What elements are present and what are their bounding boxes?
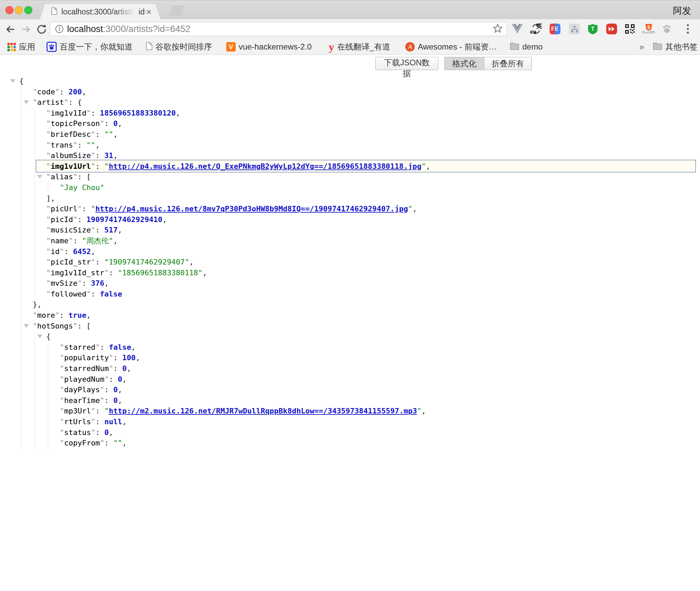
json-line: "img1v1Id_str": "18569651883380118", xyxy=(0,268,700,278)
bookmark-apps[interactable]: 应用 xyxy=(7,39,35,55)
browser-tab[interactable]: localhost:3000/artists?id=645 × xyxy=(40,4,161,20)
bookmarks-bar: 应用 百度一下，你就知道 谷歌按时间排序 V vue-hackernews-2.… xyxy=(0,39,700,55)
json-key: briefDesc xyxy=(51,130,91,138)
indent-guide xyxy=(34,182,35,193)
json-url-link[interactable]: http://p4.music.126.net/Q_ExePNkmgB2yWyL… xyxy=(109,162,421,170)
indent-guide xyxy=(21,427,21,438)
json-key: albumSize xyxy=(51,151,91,160)
indent-guide xyxy=(21,257,21,268)
json-key: alias xyxy=(51,173,73,181)
back-button[interactable] xyxy=(5,24,16,35)
indent-guide xyxy=(21,87,21,97)
collapse-toggle-icon[interactable] xyxy=(37,175,42,179)
other-bookmarks-folder[interactable]: 其他书签 xyxy=(653,39,698,55)
indent-guide xyxy=(48,363,48,374)
paw-extension-icon[interactable] xyxy=(661,23,673,35)
bookmark-youdao-translate[interactable]: y 在线翻译_有道 xyxy=(329,39,390,55)
indent-guide xyxy=(21,193,21,204)
collapse-toggle-icon[interactable] xyxy=(10,79,16,83)
indent-guide xyxy=(21,363,21,374)
bookmark-vue-hackernews[interactable]: V vue-hackernews-2.0 xyxy=(226,39,312,55)
json-line: "copyFrom": "", xyxy=(0,438,700,448)
tampermonkey-shield-icon[interactable]: T xyxy=(587,23,599,35)
address-bar[interactable]: localhost:3000/artists?id=6452 xyxy=(50,22,507,36)
indent-guide xyxy=(34,416,35,427)
bookmark-google-sort[interactable]: 谷歌按时间排序 xyxy=(146,39,212,55)
qrcode-extension-icon[interactable] xyxy=(624,23,636,35)
indent-guide xyxy=(34,236,35,246)
json-key: img1v1Url xyxy=(51,162,91,170)
format-button[interactable]: 格式化 xyxy=(444,57,484,70)
json-string-value: "周杰伦" xyxy=(82,237,113,245)
indent-guide xyxy=(48,416,48,427)
json-literal-value: 0 xyxy=(122,364,126,373)
json-key: name xyxy=(51,237,68,245)
json-key: dayPlays xyxy=(64,385,100,394)
json-line: "dayPlays": 0, xyxy=(0,384,700,395)
forward-button[interactable] xyxy=(20,24,32,35)
json-line: "picUrl": "http://p4.music.126.net/8mv7q… xyxy=(0,204,700,214)
collapse-toggle-icon[interactable] xyxy=(37,335,42,338)
json-line: "id": 6452, xyxy=(0,246,700,257)
sitemap-extension-icon[interactable] xyxy=(568,23,581,35)
json-line: "mp3Url": "http://m2.music.126.net/RMJR7… xyxy=(0,406,700,416)
json-line: "musicSize": 517, xyxy=(0,225,700,236)
collapse-toggle-icon[interactable] xyxy=(24,100,29,104)
indent-guide xyxy=(48,406,48,416)
json-key: more xyxy=(37,311,55,319)
indent-guide xyxy=(34,129,35,140)
page-info-icon[interactable] xyxy=(55,25,64,33)
bookmark-awesomes[interactable]: A Awesomes - 前端资… xyxy=(405,39,497,55)
indent-guide xyxy=(34,193,35,204)
fullscreen-window-button[interactable] xyxy=(24,6,32,14)
json-line: "trans": "", xyxy=(0,140,700,151)
json-line: "more": true, xyxy=(0,310,700,321)
json-literal-value: true xyxy=(68,311,86,319)
profile-name[interactable]: 阿发 xyxy=(673,5,691,17)
translate-extension-icon[interactable]: 英 en xyxy=(530,23,542,35)
fe-extension-icon[interactable]: FE xyxy=(549,23,561,35)
bookmark-folder-demo[interactable]: demo xyxy=(510,39,543,55)
json-literal-value: 19097417462929410 xyxy=(86,215,162,224)
json-line: "Jay Chou" xyxy=(0,182,700,193)
bookmark-baidu[interactable]: 百度一下，你就知道 xyxy=(47,39,133,55)
json-line: "img1v1Id": 18569651883380120, xyxy=(0,108,700,119)
indent-guide xyxy=(48,352,48,363)
json-key: musicSize xyxy=(51,226,91,234)
json-line: "hotSongs": [ xyxy=(0,321,700,332)
tab-close-icon[interactable]: × xyxy=(146,7,151,16)
baidu-paw-icon xyxy=(47,42,57,52)
indent-guide xyxy=(34,395,35,406)
indent-guide xyxy=(34,150,35,161)
html5-player-extension-icon[interactable]: 5 PLAYER xyxy=(643,23,655,35)
json-url-link[interactable]: http://p4.music.126.net/8mv7qP30Pd3oHW8b… xyxy=(95,205,408,213)
json-key: mvSize xyxy=(51,279,77,287)
indent-guide xyxy=(21,310,21,321)
vue-devtools-icon[interactable] xyxy=(511,23,523,35)
collapse-toggle-icon[interactable] xyxy=(24,324,29,328)
json-key: img1v1Id xyxy=(51,109,86,117)
json-line: "starred": false, xyxy=(0,342,700,353)
new-tab-button[interactable] xyxy=(169,5,184,16)
json-line: }, xyxy=(0,299,700,310)
bookmark-star-icon[interactable] xyxy=(493,23,503,35)
minimize-window-button[interactable] xyxy=(15,6,23,14)
collapse-all-button[interactable]: 折叠所有 xyxy=(484,57,532,70)
indent-guide xyxy=(21,289,21,300)
json-line: "hearTime": 0, xyxy=(0,395,700,406)
json-url-link[interactable]: http://m2.music.126.net/RMJR7wDullRqppBk… xyxy=(109,407,417,415)
reload-button[interactable] xyxy=(36,24,47,35)
indent-guide xyxy=(34,161,35,172)
indent-guide xyxy=(48,438,48,448)
close-window-button[interactable] xyxy=(5,6,13,14)
fast-forward-extension-icon[interactable] xyxy=(606,23,618,35)
bookmarks-overflow-chevron[interactable]: » xyxy=(639,39,644,55)
browser-menu-icon[interactable] xyxy=(682,23,694,35)
json-key: popularity xyxy=(64,353,109,362)
page-icon xyxy=(51,7,57,16)
indent-guide xyxy=(34,140,35,151)
json-line: ], xyxy=(0,193,700,204)
indent-guide xyxy=(21,236,21,246)
download-json-button[interactable]: 下载JSON数据 xyxy=(375,57,438,70)
awesomes-a-icon: A xyxy=(405,42,415,52)
